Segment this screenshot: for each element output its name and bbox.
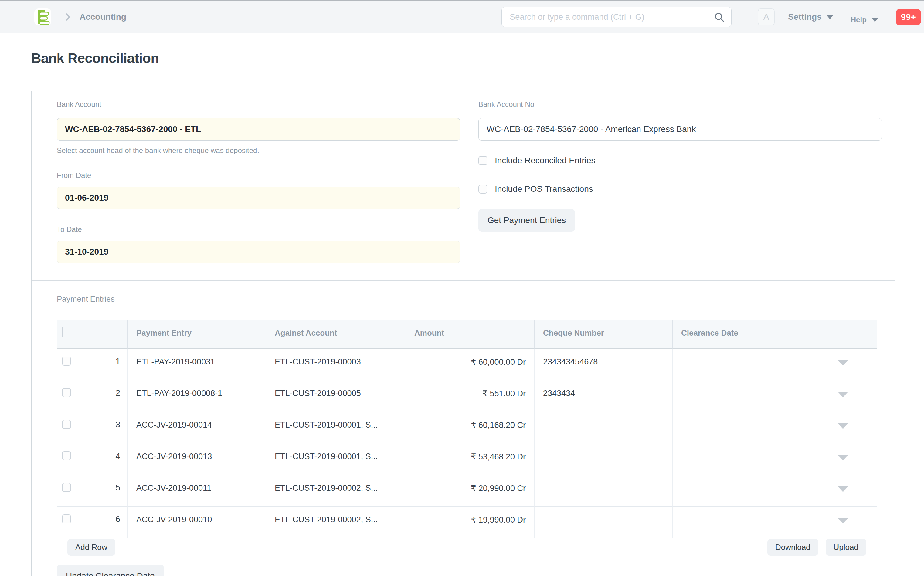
clearance-date-cell[interactable] [673, 507, 809, 538]
row-checkbox[interactable] [62, 420, 71, 429]
clearance-date-cell[interactable] [673, 443, 809, 475]
payment-entries-table: Payment Entry Against Account Amount Che… [57, 320, 877, 557]
row-index: 3 [115, 420, 120, 443]
row-expand-cell [809, 475, 877, 507]
table-header-against-account: Against Account [266, 320, 406, 349]
against-account-cell[interactable]: ETL-CUST-2019-00001, S... [266, 443, 406, 475]
settings-label: Settings [788, 12, 822, 22]
help-label: Help [851, 15, 866, 24]
payment-entry-cell[interactable]: ACC-JV-2019-00010 [128, 507, 266, 538]
row-checkbox[interactable] [62, 357, 71, 366]
filters-left-column: Bank Account Select account head of the … [57, 100, 460, 263]
table-header-select [57, 320, 128, 349]
row-index: 4 [115, 451, 120, 475]
chevron-down-icon [826, 15, 833, 19]
add-row-button[interactable]: Add Row [67, 539, 115, 556]
breadcrumb-accounting[interactable]: Accounting [80, 12, 126, 22]
row-checkbox[interactable] [62, 451, 71, 460]
table-header-cheque-number: Cheque Number [535, 320, 673, 349]
amount-cell[interactable]: ₹ 60,000.00 Dr [406, 349, 535, 380]
from-date-input[interactable] [57, 187, 460, 209]
cheque-number-cell[interactable]: 234343454678 [535, 349, 673, 380]
row-dropdown-icon[interactable] [838, 423, 848, 429]
bank-account-help-text: Select account head of the bank where ch… [57, 146, 460, 155]
search-input[interactable] [502, 7, 731, 27]
row-dropdown-icon[interactable] [838, 392, 848, 397]
row-checkbox[interactable] [62, 388, 71, 397]
row-dropdown-icon[interactable] [838, 518, 848, 523]
clearance-date-cell[interactable] [673, 412, 809, 443]
cheque-number-cell[interactable]: 2343434 [535, 380, 673, 412]
erpnext-logo[interactable] [34, 8, 51, 26]
clearance-date-cell[interactable] [673, 349, 809, 380]
payment-entries-section-label: Payment Entries [57, 294, 895, 304]
include-reconciled-entries-label: Include Reconciled Entries [495, 156, 596, 165]
row-expand-cell [809, 349, 877, 380]
against-account-cell[interactable]: ETL-CUST-2019-00002, S... [266, 475, 406, 507]
include-pos-transactions-row: Include POS Transactions [479, 184, 882, 194]
amount-cell[interactable]: ₹ 20,990.00 Cr [406, 475, 535, 507]
page-header: Bank Reconciliation [0, 34, 924, 87]
row-select-cell: 1 [57, 349, 128, 380]
payment-entry-cell[interactable]: ACC-JV-2019-00014 [128, 412, 266, 443]
amount-cell[interactable]: ₹ 19,990.00 Dr [406, 507, 535, 538]
row-dropdown-icon[interactable] [838, 360, 848, 366]
select-all-checkbox[interactable] [62, 327, 63, 338]
to-date-input[interactable] [57, 241, 460, 263]
search-icon[interactable] [714, 12, 725, 22]
row-select-cell: 2 [57, 380, 128, 412]
help-menu[interactable]: Help [851, 15, 878, 24]
bank-account-input[interactable] [57, 118, 460, 141]
against-account-cell[interactable]: ETL-CUST-2019-00002, S... [266, 507, 406, 538]
amount-cell[interactable]: ₹ 53,468.20 Dr [406, 443, 535, 475]
row-index: 1 [115, 357, 120, 380]
payment-entry-cell[interactable]: ETL-PAY-2019-00008-1 [128, 380, 266, 412]
assistant-button[interactable]: A [757, 8, 775, 26]
cheque-number-cell[interactable] [535, 443, 673, 475]
download-button[interactable]: Download [767, 539, 818, 556]
filters-section: Bank Account Select account head of the … [32, 91, 895, 281]
row-expand-cell [809, 412, 877, 443]
settings-menu[interactable]: Settings [788, 12, 833, 22]
table-footer: Add Row Download Upload [57, 538, 877, 557]
page-title: Bank Reconciliation [31, 50, 924, 66]
cheque-number-cell[interactable] [535, 412, 673, 443]
navbar: Accounting A Settings Help 99+ [0, 1, 924, 34]
get-payment-entries-button[interactable]: Get Payment Entries [479, 209, 575, 232]
upload-button[interactable]: Upload [826, 539, 866, 556]
to-date-label: To Date [57, 225, 460, 234]
payment-entry-cell[interactable]: ETL-PAY-2019-00031 [128, 349, 266, 380]
table-header-amount: Amount [406, 320, 535, 349]
against-account-cell[interactable]: ETL-CUST-2019-00005 [266, 380, 406, 412]
row-select-cell: 6 [57, 507, 128, 538]
amount-cell[interactable]: ₹ 551.00 Dr [406, 380, 535, 412]
payment-entry-cell[interactable]: ACC-JV-2019-00011 [128, 475, 266, 507]
cheque-number-cell[interactable] [535, 475, 673, 507]
against-account-cell[interactable]: ETL-CUST-2019-00001, S... [266, 412, 406, 443]
include-reconciled-entries-checkbox[interactable] [479, 156, 487, 165]
payment-entry-cell[interactable]: ACC-JV-2019-00013 [128, 443, 266, 475]
bank-account-no-input[interactable] [479, 118, 882, 141]
row-expand-cell [809, 443, 877, 475]
row-expand-cell [809, 380, 877, 412]
include-pos-transactions-checkbox[interactable] [479, 184, 487, 194]
notifications-badge[interactable]: 99+ [896, 9, 921, 26]
bank-account-label: Bank Account [57, 100, 460, 109]
row-checkbox[interactable] [62, 514, 71, 523]
row-index: 5 [115, 483, 120, 506]
clearance-date-cell[interactable] [673, 380, 809, 412]
row-expand-cell [809, 507, 877, 538]
row-select-cell: 4 [57, 443, 128, 475]
cheque-number-cell[interactable] [535, 507, 673, 538]
breadcrumb-chevron-icon [62, 13, 70, 21]
clearance-date-cell[interactable] [673, 475, 809, 507]
row-index: 6 [115, 514, 120, 538]
amount-cell[interactable]: ₹ 60,168.20 Cr [406, 412, 535, 443]
against-account-cell[interactable]: ETL-CUST-2019-00003 [266, 349, 406, 380]
row-dropdown-icon[interactable] [838, 486, 848, 492]
from-date-label: From Date [57, 171, 460, 180]
row-dropdown-icon[interactable] [838, 455, 848, 460]
row-checkbox[interactable] [62, 483, 71, 492]
update-clearance-date-button[interactable]: Update Clearance Date [57, 565, 164, 576]
include-reconciled-entries-row: Include Reconciled Entries [479, 156, 882, 165]
